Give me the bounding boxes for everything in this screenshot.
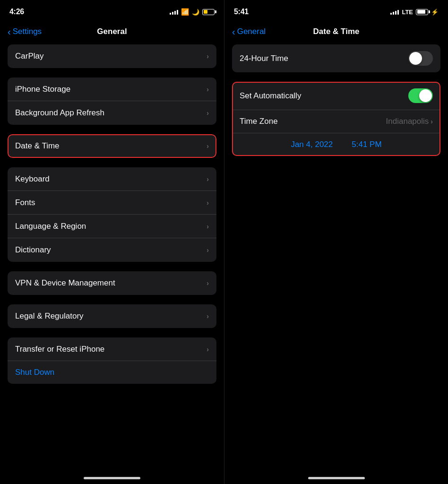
time-right: 5:41 (234, 8, 249, 16)
fonts-label: Fonts (15, 198, 35, 207)
back-button-left[interactable]: ‹ Settings (8, 27, 42, 36)
set-automatically-toggle-knob (419, 89, 432, 102)
back-button-right[interactable]: ‹ General (232, 27, 266, 36)
date-time-group: Date & Time › (8, 134, 216, 158)
keyboard-row[interactable]: Keyboard › (8, 167, 216, 191)
24-hour-toggle-knob (409, 52, 422, 65)
language-region-chevron: › (207, 223, 209, 230)
set-automatically-toggle[interactable] (408, 88, 433, 103)
moon-icon: 🌙 (192, 9, 199, 16)
language-region-row[interactable]: Language & Region › (8, 215, 216, 238)
carplay-label: CarPlay (15, 52, 43, 61)
carplay-group: CarPlay › (8, 44, 216, 68)
signal-bar-2 (172, 12, 173, 15)
timezone-row[interactable]: Time Zone Indianapolis › (232, 110, 440, 133)
keyboard-label: Keyboard (15, 174, 50, 184)
battery-icon-left (202, 9, 215, 15)
carplay-chevron: › (207, 52, 209, 60)
set-automatically-label: Set Automatically (240, 91, 301, 101)
legal-chevron: › (207, 312, 209, 320)
transfer-reset-label: Transfer or Reset iPhone (15, 345, 104, 354)
signal-bars-left (170, 9, 178, 15)
lte-label: LTE (402, 9, 413, 16)
nav-bar-left: ‹ Settings General (0, 21, 224, 44)
fonts-chevron: › (207, 199, 209, 207)
transfer-shutdown-group: Transfer or Reset iPhone › Shut Down (8, 337, 216, 384)
back-chevron-left: ‹ (8, 27, 11, 36)
storage-refresh-group: iPhone Storage › Background App Refresh … (8, 78, 216, 125)
back-label-right: General (237, 27, 266, 36)
back-label-left: Settings (13, 27, 42, 36)
back-chevron-right: ‹ (232, 27, 235, 36)
dictionary-row[interactable]: Dictionary › (8, 238, 216, 262)
signal-bar-r2 (393, 12, 394, 15)
page-title-left: General (97, 27, 127, 36)
status-icons-right: LTE ⚡ (390, 9, 439, 16)
24-hour-toggle[interactable] (408, 51, 433, 66)
background-app-refresh-label: Background App Refresh (15, 108, 104, 118)
home-indicator-right (308, 477, 365, 479)
dictionary-label: Dictionary (15, 245, 51, 255)
signal-bar-3 (174, 11, 176, 15)
wifi-icon: 📶 (181, 8, 189, 16)
24-hour-group: 24-Hour Time (232, 44, 440, 72)
vpn-row[interactable]: VPN & Device Management › (8, 271, 216, 295)
iphone-storage-row[interactable]: iPhone Storage › (8, 78, 216, 101)
iphone-storage-label: iPhone Storage (15, 85, 70, 94)
date-time-row[interactable]: Date & Time › (8, 134, 216, 158)
battery-fill-right (417, 10, 426, 14)
settings-content-left: CarPlay › iPhone Storage › Background Ap… (0, 44, 224, 473)
date-time-right: › (207, 142, 209, 150)
dictionary-chevron: › (207, 246, 209, 254)
iphone-storage-right: › (207, 86, 209, 93)
date-time-chevron: › (207, 142, 209, 150)
carplay-row[interactable]: CarPlay › (8, 44, 216, 68)
time-value: 5:41 PM (352, 140, 381, 149)
transfer-reset-row[interactable]: Transfer or Reset iPhone › (8, 337, 216, 361)
24-hour-row: 24-Hour Time (232, 44, 440, 72)
home-indicator-left (84, 477, 140, 479)
shutdown-button[interactable]: Shut Down (8, 361, 62, 384)
signal-bar-4 (177, 10, 178, 15)
signal-bar-r1 (390, 13, 392, 15)
background-app-refresh-right: › (207, 109, 209, 117)
signal-bar-1 (170, 13, 171, 15)
status-bar-right: 5:41 LTE ⚡ (224, 0, 448, 21)
background-app-refresh-row[interactable]: Background App Refresh › (8, 101, 216, 125)
right-panel: 5:41 LTE ⚡ ‹ General Date & Time (224, 0, 448, 484)
status-icons-left: 📶 🌙 (170, 8, 215, 16)
datetime-content: 24-Hour Time Set Automatically Time Zone… (224, 44, 448, 473)
vpn-label: VPN & Device Management (15, 278, 115, 288)
signal-bars-right (390, 9, 399, 15)
timezone-value: Indianapolis (386, 117, 429, 126)
legal-group: Legal & Regulatory › (8, 304, 216, 328)
fonts-row[interactable]: Fonts › (8, 191, 216, 215)
legal-row[interactable]: Legal & Regulatory › (8, 304, 216, 328)
left-panel: 4:26 📶 🌙 ‹ Settings General Car (0, 0, 224, 484)
language-region-label: Language & Region (15, 222, 86, 231)
timezone-label: Time Zone (240, 117, 278, 126)
charging-icon: ⚡ (431, 9, 439, 16)
set-automatically-row: Set Automatically (232, 82, 440, 110)
timezone-right: Indianapolis › (386, 117, 433, 126)
keyboard-chevron: › (207, 175, 209, 183)
vpn-chevron: › (207, 279, 209, 287)
24-hour-label: 24-Hour Time (240, 54, 288, 63)
page-title-right: Date & Time (313, 27, 360, 36)
date-value: Jan 4, 2022 (291, 140, 333, 149)
signal-bar-r4 (397, 10, 399, 15)
set-auto-group: Set Automatically Time Zone Indianapolis… (232, 82, 440, 156)
timezone-chevron: › (431, 118, 433, 125)
transfer-reset-chevron: › (207, 346, 209, 353)
vpn-group: VPN & Device Management › (8, 271, 216, 295)
background-app-refresh-chevron: › (207, 109, 209, 117)
date-time-label: Date & Time (15, 141, 60, 151)
battery-fill-left (204, 10, 207, 14)
battery-icon-right (416, 9, 428, 15)
time-left: 4:26 (9, 8, 24, 16)
date-time-display: Jan 4, 2022 5:41 PM (232, 133, 440, 156)
status-bar-left: 4:26 📶 🌙 (0, 0, 224, 21)
signal-bar-r3 (395, 11, 396, 15)
carplay-right: › (207, 52, 209, 60)
legal-label: Legal & Regulatory (15, 311, 84, 321)
